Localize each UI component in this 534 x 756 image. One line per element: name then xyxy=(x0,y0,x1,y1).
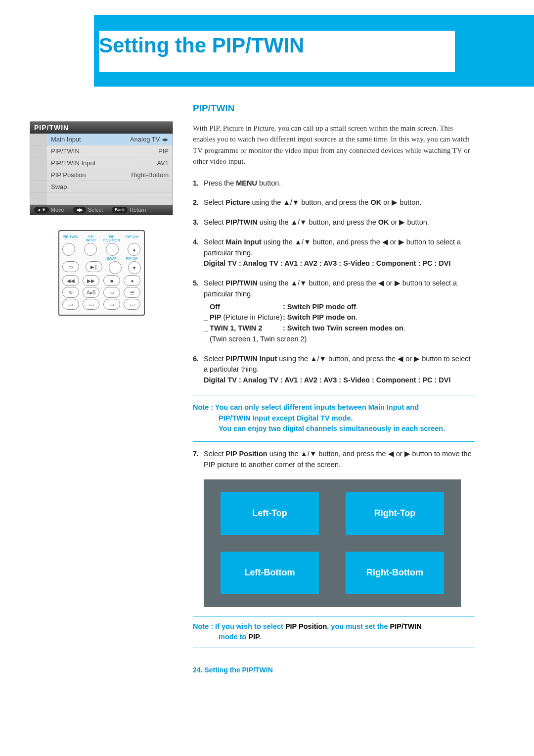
step-number: 5. xyxy=(193,278,199,289)
text-bold: OK xyxy=(378,218,389,226)
osd-icon-strip xyxy=(30,134,47,205)
text-bold: MENU xyxy=(236,179,257,187)
remote-button xyxy=(106,243,119,256)
step-5: 5. Select PIP/TWIN using the ▲/▼ button,… xyxy=(193,278,475,345)
remote-button-up: ▲ xyxy=(128,243,140,256)
osd-row-main-input: Main Input Analog TV ◂▸ xyxy=(47,134,173,145)
note-text: You can only select different inputs bet… xyxy=(215,403,419,411)
pip-position-diagram: Left-Top Right-Top Left-Bottom Right-Bot… xyxy=(204,479,461,607)
step-number: 2. xyxy=(193,197,199,208)
section-heading: PIP/TWIN xyxy=(193,101,475,116)
options-list: Digital TV : Analog TV : AV1 : AV2 : AV3… xyxy=(204,259,450,267)
note-label: Note : xyxy=(193,622,215,630)
remote-label: PIP CH- xyxy=(124,257,140,260)
text: Select xyxy=(204,218,225,226)
text-bold: PIP/TWIN xyxy=(225,279,257,287)
step-6: 6. Select PIP/TWIN Input using the ▲/▼ b… xyxy=(193,354,475,386)
option-off: _ Off : Switch PIP mode off. xyxy=(204,302,475,313)
text-bold: PIP Position xyxy=(225,450,267,458)
text: using the ▲/▼ button, and press the xyxy=(258,218,378,226)
remote-button: ▭ xyxy=(62,299,79,310)
remote-button: ▭ xyxy=(62,261,79,272)
remote-button xyxy=(109,261,122,274)
text: . xyxy=(403,324,405,332)
osd-row-swap: Swap xyxy=(47,181,173,193)
text: Select xyxy=(204,238,225,246)
text: or ▶ button. xyxy=(389,218,429,226)
text-bold: : Switch two Twin screen modes on xyxy=(283,324,403,332)
remote-button: ▭ xyxy=(83,299,99,310)
page-title: Setting the PIP/TWIN xyxy=(99,31,455,72)
remote-button: ▭ xyxy=(103,287,120,298)
remote-button-down: ▼ xyxy=(128,261,141,274)
note-label: Note : xyxy=(193,403,215,411)
text-bold: PIP/TWIN Input xyxy=(225,355,277,363)
remote-control: PIP/TWIN PIP INPUT PIP POSITION PIP CH+ … xyxy=(58,230,145,316)
osd-label: PIP Position xyxy=(51,171,86,179)
osd-value: AV1 xyxy=(157,159,169,167)
osd-row-piptwin-input: PIP/TWIN Input AV1 xyxy=(47,157,173,169)
options-list: Digital TV : Analog TV : AV1 : AV2 : AV3… xyxy=(204,376,450,384)
osd-foot-select: Select xyxy=(88,207,103,213)
position-right-top: Right-Top xyxy=(346,492,444,535)
text: Select xyxy=(204,450,225,458)
step-7: 7. Select PIP Position using the ▲/▼ but… xyxy=(193,449,475,471)
osd-list: Main Input Analog TV ◂▸ PIP/TWIN PIP PIP… xyxy=(47,134,173,205)
position-left-bottom: Left-Bottom xyxy=(221,552,319,594)
intro-paragraph: With PIP, Picture in Picture, you can ca… xyxy=(193,123,475,167)
osd-foot-move: Move xyxy=(51,207,64,213)
text: using the ▲/▼ button, and press the xyxy=(250,198,371,206)
text: Press the xyxy=(204,179,236,187)
note-inputs: Note : You can only select different inp… xyxy=(193,400,475,436)
osd-menu: PIP/TWIN Main Input Analog TV ◂▸ PIP/TWI… xyxy=(30,121,173,215)
note-text: mode to xyxy=(219,633,248,641)
separator xyxy=(193,648,475,648)
step-number: 1. xyxy=(193,178,199,189)
step-number: 4. xyxy=(193,237,199,248)
option-pip: _ PIP (Picture in Picture) : Switch PIP … xyxy=(204,312,475,323)
text-bold: Main Input xyxy=(225,238,262,246)
osd-row-pip-position: PIP Position Right-Bottom xyxy=(47,169,173,181)
text-bold: PIP Position xyxy=(285,622,327,630)
content-column: PIP/TWIN With PIP, Picture in Picture, y… xyxy=(193,101,475,675)
remote-button: ● xyxy=(124,275,140,286)
remote-label: PIP/TWIN xyxy=(62,235,79,242)
osd-label: PIP/TWIN xyxy=(51,147,80,155)
text: button. xyxy=(257,179,281,187)
option-twin: _ TWIN 1, TWIN 2 : Switch two Twin scree… xyxy=(204,323,475,334)
osd-value: Analog TV ◂▸ xyxy=(130,136,169,143)
text-bold: _ TWIN 1, TWIN 2 xyxy=(204,324,262,332)
remote-label: PIP POSITION xyxy=(103,235,120,242)
text-bold: PIP/TWIN xyxy=(225,218,257,226)
step-number: 3. xyxy=(193,217,199,228)
note-text: If you wish to select xyxy=(215,622,285,630)
note-text: . xyxy=(259,633,261,641)
left-column: PIP/TWIN Main Input Analog TV ◂▸ PIP/TWI… xyxy=(30,121,173,316)
separator xyxy=(193,616,475,616)
page-footer: 24. Setting the PIP/TWIN xyxy=(193,665,475,675)
remote-button xyxy=(84,243,97,256)
step-2: 2. Select Picture using the ▲/▼ button, … xyxy=(193,197,475,208)
text: . xyxy=(356,303,358,311)
remote-button: ▭ xyxy=(103,299,120,310)
note-text: , you must set the xyxy=(327,622,390,630)
note-text: You can enjoy two digital channels simul… xyxy=(193,424,475,434)
back-pill-icon: Back xyxy=(112,207,128,213)
text-bold: : Switch PIP mode on xyxy=(283,313,356,321)
osd-label: Swap xyxy=(51,183,67,190)
osd-row-empty xyxy=(47,193,173,197)
leftright-icon: ◀▶ xyxy=(73,207,86,213)
remote-button: ▶▶ xyxy=(83,275,99,286)
position-right-bottom: Right-Bottom xyxy=(346,552,444,594)
text-bold: OK xyxy=(370,198,381,206)
text: Select xyxy=(204,198,225,206)
remote-label: PIP CH+ xyxy=(124,235,140,242)
remote-button: ↻ xyxy=(62,287,79,298)
remote-button: ▭ xyxy=(124,299,140,310)
remote-button xyxy=(62,243,75,256)
osd-label: Main Input xyxy=(51,136,81,143)
osd-label: PIP/TWIN Input xyxy=(51,159,95,167)
text-bold: : Switch PIP mode off xyxy=(283,303,356,311)
osd-foot-return: Return xyxy=(130,207,146,213)
osd-value: PIP xyxy=(158,147,169,155)
